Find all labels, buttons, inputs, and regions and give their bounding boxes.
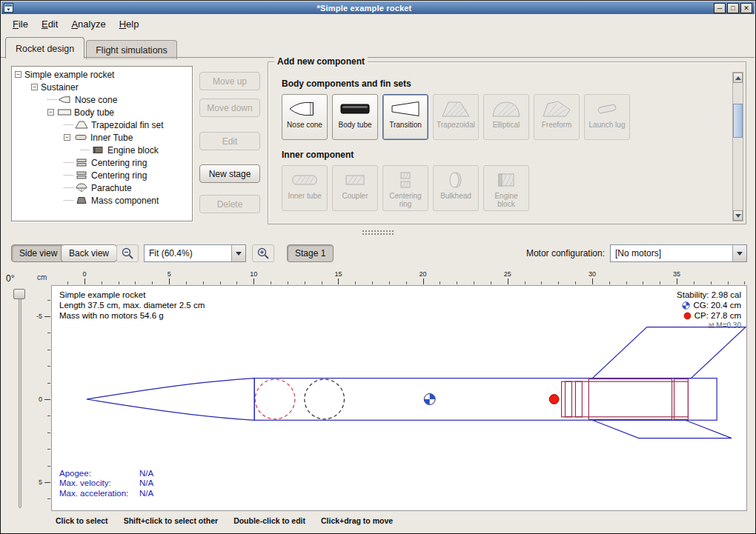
rocket-mass: Mass with no motors 54.6 g — [59, 310, 205, 321]
transition-large-icon — [383, 99, 428, 119]
fin-set-icon — [74, 120, 89, 130]
app-window: *Simple example rocket ─ □ ✕ FileEditAna… — [0, 0, 756, 534]
menu-help[interactable]: Help — [113, 16, 146, 33]
status-hint-click-drag-to-move: Click+drag to move — [321, 516, 393, 525]
ruler-x-label: 25 — [504, 270, 511, 278]
tree-item-body-tube[interactable]: −Body tube — [12, 106, 192, 119]
menu-file[interactable]: File — [6, 16, 35, 33]
maximize-button[interactable]: □ — [727, 3, 739, 13]
rotation-slider[interactable] — [19, 291, 21, 508]
tree-expander-icon[interactable]: − — [47, 109, 54, 116]
tree-item-mass-component[interactable]: Mass component — [12, 194, 192, 207]
mass-component-icon — [74, 196, 89, 205]
status-bar: Click to selectShift+click to select oth… — [1, 513, 755, 528]
tab-rocket-design[interactable]: Rocket design — [5, 37, 84, 59]
tree-item-trapezoidal-fin-set[interactable]: Trapezoidal fin set — [12, 119, 192, 131]
zoom-in-button[interactable] — [252, 244, 274, 262]
tree-item-inner-tube[interactable]: −Inner Tube — [12, 131, 192, 144]
tree-item-label: Simple example rocket — [24, 70, 114, 80]
component-button-body-tube[interactable]: Body tube — [332, 94, 378, 140]
zoom-combo[interactable]: Fit (60.4%) — [144, 244, 246, 262]
component-tree[interactable]: −Simple example rocket−SustainerNose con… — [11, 66, 193, 221]
ruler-y: -505 — [33, 285, 50, 511]
stability-block: Stability: 2.98 cal CG: 20.4 cm CP: 27.8… — [677, 290, 741, 331]
scroll-up-button[interactable] — [733, 73, 743, 83]
tree-item-label: Body tube — [74, 107, 114, 118]
component-button-engine-block: Engine block — [483, 165, 529, 211]
tree-item-centering-ring[interactable]: Centering ring — [12, 156, 192, 169]
scroll-down-button[interactable] — [733, 210, 743, 221]
new-stage-button[interactable]: New stage — [199, 164, 260, 183]
close-button[interactable]: ✕ — [740, 3, 752, 13]
tree-guide-line — [64, 175, 73, 176]
stage-1-toggle[interactable]: Stage 1 — [287, 244, 334, 262]
component-button-label: Body tube — [333, 121, 377, 129]
component-button-freeform: Freeform — [534, 94, 580, 140]
component-button-transition[interactable]: Transition — [382, 94, 428, 140]
component-button-label: Bulkhead — [434, 192, 478, 200]
scrollbar-thumb[interactable] — [733, 104, 743, 138]
menu-bar: FileEditAnalyzeHelp — [1, 16, 755, 33]
cp-legend: CP: 27.8 cm — [677, 310, 741, 321]
rocket-name: Simple example rocket — [59, 290, 205, 300]
ruler-x-label: 5 — [168, 270, 171, 278]
tree-item-sustainer[interactable]: −Sustainer — [12, 81, 192, 93]
component-button-label: Engine block — [484, 192, 528, 208]
tree-item-label: Engine block — [107, 145, 159, 156]
tree-item-engine-block[interactable]: Engine block — [12, 144, 192, 156]
minimize-button[interactable]: ─ — [714, 3, 726, 13]
body-tube-large-icon — [333, 99, 377, 119]
title-bar[interactable]: *Simple example rocket ─ □ ✕ — [1, 1, 755, 14]
back-view-button[interactable]: Back view — [61, 244, 117, 262]
centering-ring-large-icon — [383, 170, 428, 190]
menu-analyze[interactable]: Analyze — [64, 16, 112, 33]
ruler-unit-label: cm — [37, 273, 47, 281]
window-menu-icon[interactable] — [4, 3, 13, 13]
side-view-button[interactable]: Side view — [11, 244, 65, 262]
motor-configuration-label: Motor configuration: — [526, 248, 605, 258]
zoom-out-button[interactable] — [116, 244, 139, 262]
split-divider[interactable] — [1, 227, 755, 236]
chevron-down-icon[interactable] — [732, 245, 746, 261]
motor-configuration-combo[interactable]: [No motors] — [610, 244, 747, 262]
edit-button: Edit — [199, 132, 260, 150]
component-scrollbar[interactable] — [732, 72, 743, 221]
section-label-inner-component: Inner component — [282, 150, 723, 160]
zoom-combo-value: Fit (60.4%) — [145, 248, 231, 258]
menu-edit[interactable]: Edit — [35, 16, 64, 33]
body-tube-icon — [57, 107, 72, 117]
tree-guide-line — [80, 150, 90, 150]
component-button-trapezoidal: Trapezoidal — [433, 94, 479, 140]
component-button-label: Trapezoidal — [434, 121, 478, 129]
centering-ring-icon — [74, 158, 89, 167]
chevron-down-icon[interactable] — [231, 245, 245, 261]
flight-stat-max-velocity: Max. velocity:N/A — [59, 478, 153, 489]
tab-flight-simulations[interactable]: Flight simulations — [86, 40, 177, 59]
tree-item-parachute[interactable]: Parachute — [12, 181, 192, 194]
rocket-view[interactable]: Simple example rocket Length 37.5 cm, ma… — [51, 285, 747, 511]
tree-item-centering-ring[interactable]: Centering ring — [12, 169, 192, 181]
bulkhead-large-icon — [434, 170, 478, 190]
tree-item-label: Nose cone — [75, 95, 117, 105]
tree-expander-icon[interactable]: − — [15, 71, 21, 78]
component-button-nose-cone[interactable]: Nose cone — [282, 94, 328, 140]
move-down-button: Move down — [199, 99, 260, 117]
tree-item-simple-example-rocket[interactable]: −Simple example rocket — [12, 68, 192, 81]
component-button-label: Launch lug — [585, 121, 629, 129]
zoom-out-icon — [121, 247, 134, 260]
zoom-in-icon — [256, 247, 270, 260]
cp-marker — [549, 395, 559, 404]
arrow-up-icon — [735, 73, 741, 80]
rotation-slider-thumb[interactable] — [13, 289, 25, 299]
divider-grip-icon[interactable] — [362, 230, 394, 235]
tree-expander-icon[interactable]: − — [64, 134, 70, 141]
component-button-label: Transition — [383, 121, 428, 129]
flight-stat-apogee: Apogee:N/A — [59, 469, 153, 479]
component-button-row: Nose coneBody tubeTransitionTrapezoidalE… — [282, 94, 723, 140]
window-title: *Simple example rocket — [16, 4, 712, 13]
tree-item-label: Trapezoidal fin set — [91, 120, 164, 130]
tree-item-nose-cone[interactable]: Nose cone — [12, 93, 192, 106]
parachute-icon — [74, 183, 89, 193]
tree-expander-icon[interactable]: − — [31, 84, 38, 90]
component-button-inner-tube: Inner tube — [282, 165, 328, 211]
